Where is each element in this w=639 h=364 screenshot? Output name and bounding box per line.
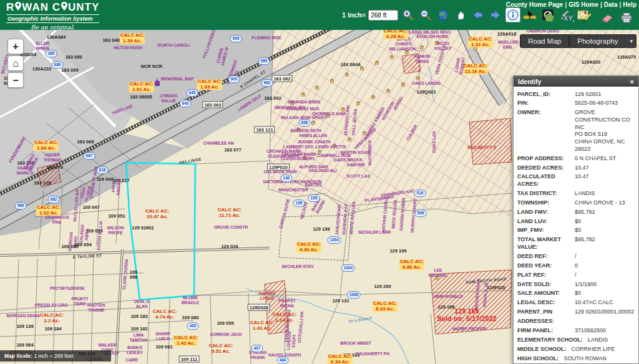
- basemap-dropdown-caret[interactable]: ▾: [626, 34, 637, 48]
- full-extent-globe-icon[interactable]: [436, 7, 451, 22]
- identify-row: ELEMENTARY SCHOOL:LANDIS: [517, 335, 635, 345]
- print-icon[interactable]: [619, 11, 634, 26]
- measure-tape-icon[interactable]: [522, 11, 537, 26]
- back-arrow-icon[interactable]: [471, 7, 485, 22]
- identify-row: LAND FMV:$95,782: [517, 208, 635, 217]
- identify-field-value: 0: [575, 262, 635, 270]
- zoom-out-button[interactable]: −: [7, 72, 24, 88]
- zoom-out-icon[interactable]: [418, 7, 433, 22]
- identify-row: ADDRESSES:: [517, 317, 635, 326]
- map-scale-value: 1 inch = 268 feet: [34, 353, 73, 359]
- identify-row: DEED REF:/: [517, 252, 635, 261]
- identify-panel: Identify × PARCEL_ID:129 02601PIN:5625-0…: [513, 75, 639, 364]
- identify-field-label: OWNER:: [517, 109, 575, 153]
- logo-subtitle: Geographic Information System: [6, 14, 99, 23]
- identify-row: PARCEL_ID:129 02601: [517, 90, 635, 99]
- zoom-control: + ⌂ −: [7, 39, 24, 89]
- identify-field-label: PIN:: [517, 100, 575, 107]
- top-link[interactable]: Help: [623, 1, 637, 8]
- identify-row: TOWNSHIP:CHINA GROVE - 13: [517, 198, 635, 208]
- identify-field-label: LEGAL DESC:: [517, 299, 575, 307]
- forward-arrow-icon[interactable]: [488, 7, 503, 22]
- identify-field-label: HIGH SCHOOL:: [517, 355, 564, 363]
- identify-field-value: 10.47: [575, 165, 635, 172]
- identify-field-value: $95,782: [575, 209, 635, 216]
- header-right: County Home Page|GIS Home|Data|Help XY: [506, 1, 637, 26]
- identify-field-label: FIRM PANEL:: [517, 327, 575, 335]
- svg-text:XY: XY: [563, 14, 573, 22]
- top-link[interactable]: County Home Page: [506, 1, 563, 8]
- identify-field-value: [575, 318, 635, 325]
- basemap-switcher: Road Map Photography ▾: [520, 34, 637, 48]
- identify-field-value: GROVE CONSTRUCTION CO INC PO BOX 519 CHI…: [575, 109, 635, 153]
- identify-row: PIN:5625-06-48-0743: [517, 99, 635, 108]
- area-measure-icon[interactable]: [542, 11, 557, 26]
- identify-panel-title: Identify: [518, 78, 541, 85]
- identify-field-label: LAND LUV:: [517, 218, 575, 226]
- map-scale-bar: Map Scale: 1 inch = 268 feet: [0, 350, 111, 362]
- identify-row: PLAT REF:/: [517, 271, 635, 280]
- identify-field-label: PARENT_PIN: [517, 309, 575, 316]
- scale-input-label: 1 Inch=: [342, 11, 366, 19]
- identify-row: DEEDED ACRES:10.47: [517, 163, 635, 173]
- draw-pencil-icon[interactable]: [580, 11, 595, 26]
- identify-field-label: MIDDLE SCHOOL:: [517, 346, 572, 353]
- identify-row: OWNER:GROVE CONSTRUCTION CO INC PO BOX 5…: [517, 108, 635, 154]
- gis-application: RWAN CUNTY Geographic Information System…: [0, 0, 639, 364]
- identify-field-label: PLAT REF:: [517, 272, 575, 279]
- logo-text: WAN C: [22, 1, 61, 14]
- identify-row: DEED YEAR:0: [517, 261, 635, 271]
- identify-field-value: LANDIS: [588, 337, 635, 344]
- identify-field-value: CORRIHER LIPE: [572, 346, 635, 353]
- zoom-in-icon[interactable]: [401, 7, 416, 22]
- identify-row: FIRM PANEL:3710562500: [517, 326, 635, 335]
- identify-field-label: ELEMENTARY SCHOOL:: [517, 337, 588, 344]
- link-separator: |: [620, 1, 622, 8]
- identify-field-value: 129 02601: [575, 91, 635, 98]
- close-icon[interactable]: ×: [630, 78, 634, 85]
- identify-row: PARENT_PIN129 0260100001,00002: [517, 308, 635, 317]
- link-separator: |: [565, 1, 567, 8]
- identify-row: DATE SOLD:1/1/1900: [517, 280, 635, 289]
- road-map-button[interactable]: Road Map: [520, 34, 569, 48]
- pan-hand-icon[interactable]: [453, 7, 468, 22]
- map-scale-label: Map Scale:: [4, 353, 32, 359]
- identify-row: LEGAL DESC:10.47AC CALC: [517, 299, 635, 308]
- scale-input[interactable]: [368, 10, 398, 21]
- logo-text: R: [6, 1, 14, 14]
- header-bar: RWAN CUNTY Geographic Information System…: [0, 0, 639, 30]
- eraser-icon[interactable]: [600, 11, 615, 26]
- identify-panel-body: PARCEL_ID:129 02601PIN:5625-06-48-0743OW…: [514, 87, 638, 363]
- identify-field-value: $0: [575, 218, 635, 226]
- identify-field-label: DATE SOLD:: [517, 281, 575, 289]
- identify-field-label: DEED REF:: [517, 253, 575, 261]
- identify-field-value: SOUTH ROWAN: [564, 355, 635, 363]
- logo-text: UNTY: [68, 1, 99, 14]
- identify-field-label: IMP_FMV:: [517, 227, 575, 234]
- map-pin-icon: [15, 1, 21, 14]
- top-link[interactable]: GIS Home: [568, 1, 598, 8]
- link-separator: |: [600, 1, 602, 8]
- identify-row: MIDDLE SCHOOL:CORRIHER LIPE: [517, 345, 635, 354]
- identify-row: IMP_FMV:$0: [517, 226, 635, 236]
- identify-field-value: 0 N CHAPEL ST: [575, 155, 635, 163]
- identify-field-value: /: [575, 272, 635, 279]
- photography-button[interactable]: Photography: [569, 34, 626, 48]
- xy-coordinates-icon[interactable]: XY: [561, 11, 576, 26]
- logo-tagline: Be an original.: [6, 24, 99, 31]
- identify-field-value: LANDIS: [575, 190, 635, 198]
- identify-field-label: LAND FMV:: [517, 209, 575, 216]
- identify-field-value: $95,782: [575, 236, 635, 251]
- identify-field-label: ADDRESSES:: [517, 318, 575, 325]
- identify-field-value: 129 0260100001,00002: [575, 309, 635, 316]
- identify-row: CALCULATED ACRES:10.47: [517, 173, 635, 189]
- zoom-in-button[interactable]: +: [7, 39, 24, 54]
- identify-row: TOTAL MARKET VALUE:$95,782: [517, 236, 635, 252]
- zoom-home-button[interactable]: ⌂: [7, 55, 24, 71]
- logo-title: RWAN CUNTY: [6, 1, 99, 14]
- top-link[interactable]: Data: [604, 1, 618, 8]
- identify-field-label: DEEDED ACRES:: [517, 165, 575, 172]
- identify-field-label: TAX DISTRICT:: [517, 190, 575, 198]
- identify-row: HIGH SCHOOL:SOUTH ROWAN: [517, 354, 635, 363]
- identify-field-value: $0: [575, 290, 635, 297]
